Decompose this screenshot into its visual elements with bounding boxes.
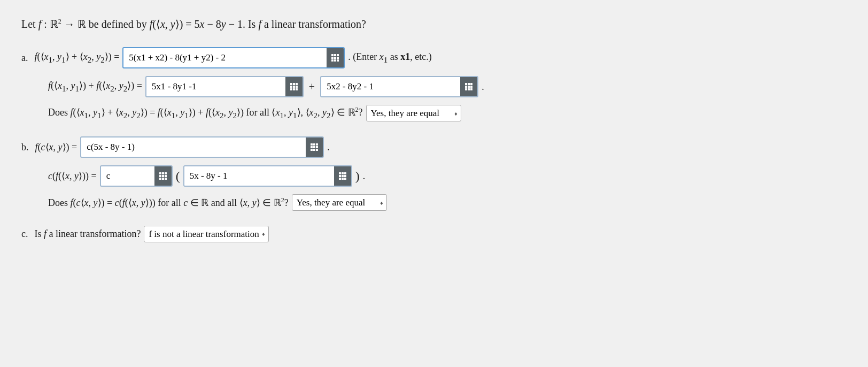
svg-rect-23 xyxy=(470,86,472,88)
svg-rect-41 xyxy=(165,175,167,177)
part-c-question: Is f a linear transformation? xyxy=(35,226,141,242)
part-c-select-wrapper[interactable]: f is a linear transformation f is not a … xyxy=(144,226,269,242)
svg-rect-8 xyxy=(337,59,339,62)
svg-rect-40 xyxy=(162,175,164,177)
part-b-line2-prefix: c(f(⟨x, y⟩)) = xyxy=(48,169,97,184)
part-a-input3[interactable] xyxy=(321,78,460,95)
part-b-label: b. xyxy=(21,140,29,155)
part-b-input1[interactable] xyxy=(81,139,306,156)
part-a-line2-prefix: f(⟨x1, y1⟩) + f(⟨x2, y2⟩) = xyxy=(48,78,142,95)
svg-rect-38 xyxy=(165,172,167,174)
svg-rect-34 xyxy=(313,149,315,151)
part-b-does-row: Does f(c⟨x, y⟩) = c(f(⟨x, y⟩)) for all c… xyxy=(21,194,847,211)
part-b-period2: . xyxy=(363,169,366,184)
svg-rect-43 xyxy=(162,178,164,180)
svg-rect-3 xyxy=(331,57,334,59)
part-b-line1-prefix: f(c⟨x, y⟩) = xyxy=(35,140,78,155)
svg-rect-0 xyxy=(331,54,334,56)
svg-rect-11 xyxy=(296,83,298,85)
part-b-grid-btn2[interactable] xyxy=(154,166,172,186)
svg-rect-9 xyxy=(290,83,292,85)
svg-rect-47 xyxy=(344,172,346,174)
svg-rect-14 xyxy=(296,86,298,88)
part-b-input2-wrapper[interactable] xyxy=(100,165,173,187)
svg-rect-20 xyxy=(470,83,472,85)
svg-rect-7 xyxy=(334,59,336,62)
svg-rect-28 xyxy=(313,143,315,146)
svg-rect-2 xyxy=(337,54,339,56)
svg-rect-53 xyxy=(344,178,346,180)
part-a-select-wrapper[interactable]: Yes, they are equal No, they are not equ… xyxy=(366,105,461,121)
part-b-close-paren: ) xyxy=(355,170,360,182)
svg-rect-46 xyxy=(342,172,344,174)
part-c-row: c. Is f a linear transformation? f is a … xyxy=(21,226,847,242)
svg-rect-52 xyxy=(342,178,344,180)
part-a-hint: . (Enter x1 as x1, etc.) xyxy=(348,49,431,66)
part-b-input3-wrapper[interactable] xyxy=(183,165,352,187)
svg-rect-35 xyxy=(316,149,318,151)
part-a-plus: + xyxy=(309,78,315,95)
svg-rect-50 xyxy=(344,175,346,177)
part-b-input1-wrapper[interactable] xyxy=(80,136,324,158)
part-b-open-paren: ( xyxy=(176,170,180,182)
svg-rect-33 xyxy=(311,149,313,151)
part-a-dropdown[interactable]: Yes, they are equal No, they are not equ… xyxy=(367,105,461,121)
svg-rect-25 xyxy=(468,88,470,90)
part-a-grid-btn1[interactable] xyxy=(327,48,344,67)
part-a-input2-wrapper[interactable] xyxy=(145,76,304,97)
problem-statement: Let f : ℝ2 → ℝ be defined by f(⟨x, y⟩) =… xyxy=(21,16,847,32)
svg-rect-22 xyxy=(468,86,470,88)
part-b-select-wrapper[interactable]: Yes, they are equal No, they are not equ… xyxy=(292,194,387,211)
part-a-does-text: Does f(⟨x1, y1⟩ + ⟨x2, y2⟩) = f(⟨x1, y1⟩… xyxy=(48,106,363,120)
svg-rect-31 xyxy=(313,146,315,148)
part-b-grid-btn1[interactable] xyxy=(306,137,323,157)
part-a-grid-btn3[interactable] xyxy=(460,77,477,96)
part-a-input3-wrapper[interactable] xyxy=(320,76,478,97)
part-a-row2: f(⟨x1, y1⟩) + f(⟨x2, y2⟩) = + xyxy=(21,76,847,97)
part-a-grid-btn2[interactable] xyxy=(285,77,303,96)
svg-rect-45 xyxy=(339,172,341,174)
part-a-row1: a. f(⟨x1, y1⟩ + ⟨x2, y2⟩) = . (E xyxy=(21,47,847,68)
part-b-does-text: Does f(c⟨x, y⟩) = c(f(⟨x, y⟩)) for all c… xyxy=(48,196,289,209)
part-b-grid-btn3[interactable] xyxy=(334,166,351,186)
part-b-period1: . xyxy=(327,140,330,155)
svg-rect-17 xyxy=(296,88,298,90)
part-b-row2: c(f(⟨x, y⟩)) = ( xyxy=(21,165,847,187)
part-a-input1[interactable] xyxy=(123,49,327,66)
part-b-row1: b. f(c⟨x, y⟩) = . xyxy=(21,136,847,158)
part-c-label: c. xyxy=(21,226,28,242)
svg-rect-48 xyxy=(339,175,341,177)
part-b-input3[interactable] xyxy=(184,167,334,185)
part-a-input1-wrapper[interactable] xyxy=(122,47,345,68)
part-c-dropdown[interactable]: f is a linear transformation f is not a … xyxy=(144,226,269,242)
svg-rect-30 xyxy=(311,146,313,148)
svg-rect-6 xyxy=(331,59,334,62)
part-b-section: b. f(c⟨x, y⟩) = . xyxy=(21,136,847,211)
svg-rect-51 xyxy=(339,178,341,180)
svg-rect-4 xyxy=(334,57,336,59)
svg-rect-13 xyxy=(293,86,295,88)
svg-rect-44 xyxy=(165,178,167,180)
part-b-input2[interactable] xyxy=(101,167,154,185)
svg-rect-16 xyxy=(293,88,295,90)
part-a-input2[interactable] xyxy=(146,78,285,95)
part-b-dropdown[interactable]: Yes, they are equal No, they are not equ… xyxy=(292,195,387,210)
svg-rect-18 xyxy=(465,83,467,85)
svg-rect-10 xyxy=(293,83,295,85)
svg-rect-12 xyxy=(290,86,292,88)
svg-rect-26 xyxy=(470,88,472,90)
svg-rect-49 xyxy=(342,175,344,177)
part-c-section: c. Is f a linear transformation? f is a … xyxy=(21,226,847,242)
svg-rect-19 xyxy=(468,83,470,85)
part-a-does-row: Does f(⟨x1, y1⟩ + ⟨x2, y2⟩) = f(⟨x1, y1⟩… xyxy=(21,105,847,121)
svg-rect-21 xyxy=(465,86,467,88)
svg-rect-39 xyxy=(159,175,161,177)
svg-rect-37 xyxy=(162,172,164,174)
part-a-line1-prefix: f(⟨x1, y1⟩ + ⟨x2, y2⟩) = xyxy=(35,49,120,66)
svg-rect-36 xyxy=(159,172,161,174)
part-a-section: a. f(⟨x1, y1⟩ + ⟨x2, y2⟩) = . (E xyxy=(21,47,847,121)
svg-rect-27 xyxy=(311,143,313,146)
part-a-period: . xyxy=(482,79,484,95)
svg-rect-29 xyxy=(316,143,318,146)
svg-rect-42 xyxy=(159,178,161,180)
